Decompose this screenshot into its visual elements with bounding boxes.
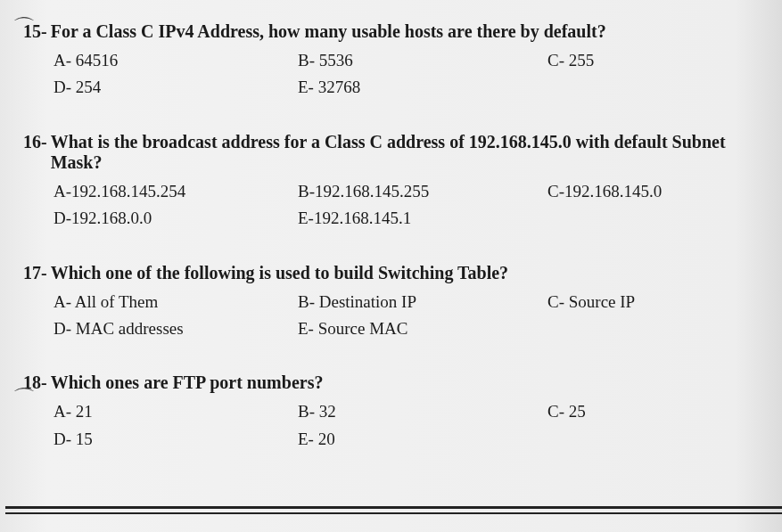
option-a: A-192.168.145.254 bbox=[54, 178, 298, 205]
option-a: A- 64516 bbox=[54, 47, 298, 74]
option-b: B- 32 bbox=[298, 398, 547, 425]
option-e: E- 32768 bbox=[298, 74, 547, 101]
option-row: D- 254 E- 32768 bbox=[23, 74, 759, 101]
question-text: For a Class C IPv4 Address, how many usa… bbox=[51, 21, 759, 42]
option-c: C- Source IP bbox=[547, 289, 744, 315]
question-16: 16- What is the broadcast address for a … bbox=[23, 132, 759, 233]
option-empty bbox=[547, 426, 744, 453]
option-empty bbox=[547, 205, 744, 232]
page-bottom-rule bbox=[5, 506, 782, 514]
question-text: What is the broadcast address for a Clas… bbox=[51, 132, 759, 173]
question-line: 17- Which one of the following is used t… bbox=[23, 263, 759, 283]
option-d: D-192.168.0.0 bbox=[54, 205, 298, 232]
option-b: B- 5536 bbox=[298, 47, 547, 74]
option-e: E-192.168.145.1 bbox=[298, 205, 547, 232]
question-18: 18- Which ones are FTP port numbers? A- … bbox=[23, 372, 759, 453]
option-row: D- 15 E- 20 bbox=[23, 426, 759, 453]
option-a: A- 21 bbox=[54, 398, 298, 425]
question-number: 16- bbox=[23, 132, 51, 173]
mark-tick: ⌒ bbox=[12, 12, 36, 44]
question-text: Which one of the following is used to bu… bbox=[51, 263, 759, 283]
scanned-page: ⌒ ⌒ 15- For a Class C IPv4 Address, how … bbox=[0, 0, 782, 532]
option-c: C- 255 bbox=[547, 47, 744, 74]
question-17: 17- Which one of the following is used t… bbox=[23, 263, 759, 343]
option-e: E- 20 bbox=[298, 426, 547, 453]
question-15: 15- For a Class C IPv4 Address, how many… bbox=[23, 21, 759, 102]
option-c: C-192.168.145.0 bbox=[547, 178, 744, 205]
option-row: A-192.168.145.254 B-192.168.145.255 C-19… bbox=[23, 178, 759, 205]
option-row: A- 21 B- 32 C- 25 bbox=[23, 398, 759, 425]
option-empty bbox=[547, 315, 744, 342]
option-empty bbox=[547, 74, 744, 101]
option-d: D- 254 bbox=[54, 74, 298, 101]
question-line: 18- Which ones are FTP port numbers? bbox=[23, 372, 759, 393]
option-b: B-192.168.145.255 bbox=[298, 178, 547, 205]
mark-tick: ⌒ bbox=[12, 383, 36, 414]
option-row: A- All of Them B- Destination IP C- Sour… bbox=[23, 289, 759, 315]
option-row: D- MAC addresses E- Source MAC bbox=[23, 315, 759, 342]
question-line: 15- For a Class C IPv4 Address, how many… bbox=[23, 21, 759, 42]
option-e: E- Source MAC bbox=[298, 315, 547, 342]
option-d: D- 15 bbox=[54, 426, 298, 453]
question-line: 16- What is the broadcast address for a … bbox=[23, 132, 759, 173]
option-row: D-192.168.0.0 E-192.168.145.1 bbox=[23, 205, 759, 232]
option-b: B- Destination IP bbox=[298, 289, 547, 315]
question-number: 17- bbox=[23, 263, 51, 283]
question-text: Which ones are FTP port numbers? bbox=[51, 372, 759, 393]
option-c: C- 25 bbox=[547, 398, 744, 425]
option-d: D- MAC addresses bbox=[54, 315, 298, 342]
option-a: A- All of Them bbox=[54, 289, 298, 315]
option-row: A- 64516 B- 5536 C- 255 bbox=[23, 47, 759, 74]
